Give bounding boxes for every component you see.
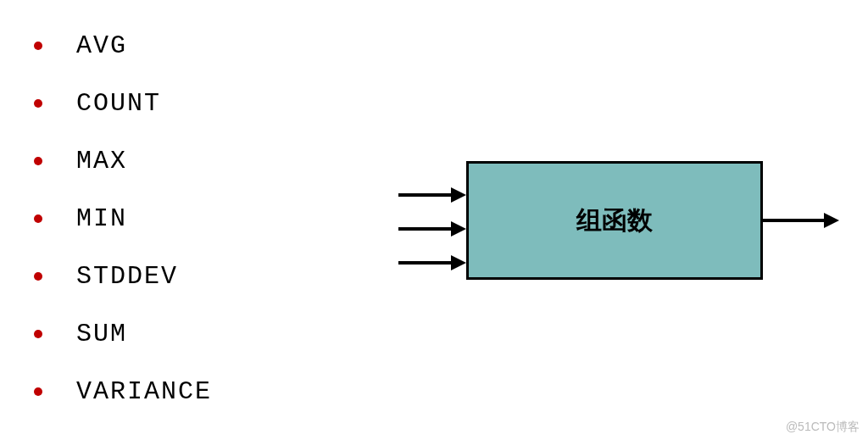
box-label: 组函数 <box>576 203 653 238</box>
diagram: 组函数 <box>398 161 848 314</box>
bullet-icon <box>34 272 42 281</box>
bullet-icon <box>34 214 42 223</box>
bullet-icon <box>34 42 42 50</box>
list-item-label: STDDEV <box>76 262 178 291</box>
bullet-icon <box>34 330 42 338</box>
bullet-icon <box>34 387 42 396</box>
bullet-icon <box>34 99 42 108</box>
list-item: AVG <box>34 17 212 75</box>
list-item-label: COUNT <box>76 89 161 118</box>
list-item-label: AVG <box>76 31 127 60</box>
list-item: MIN <box>34 190 212 248</box>
bullet-icon <box>34 157 42 165</box>
list-item: MAX <box>34 132 212 190</box>
list-item: STDDEV <box>34 248 212 305</box>
group-function-box: 组函数 <box>466 161 763 280</box>
list-item: VARIANCE <box>34 363 212 421</box>
list-item-label: MIN <box>76 204 127 233</box>
list-item-label: SUM <box>76 320 127 348</box>
function-list: AVG COUNT MAX MIN STDDEV SUM VARIANCE <box>34 17 212 421</box>
list-item: SUM <box>34 305 212 363</box>
list-item-label: MAX <box>76 147 127 175</box>
watermark: @51CTO博客 <box>786 420 860 435</box>
list-item-label: VARIANCE <box>76 377 212 406</box>
list-item: COUNT <box>34 75 212 132</box>
